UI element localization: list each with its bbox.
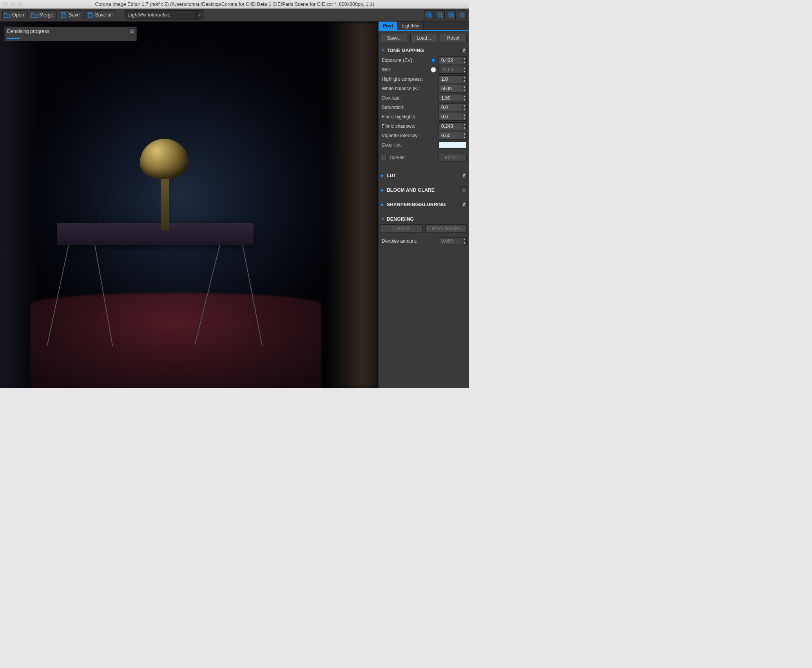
denoise-amount-label: Denoise amount: [381, 238, 439, 244]
settings-button[interactable] [457, 10, 467, 20]
window-title: Corona Image Editor 1.7 (hotfix 2) (/Use… [0, 2, 469, 7]
section-denoising[interactable]: ▼ DENOISING [381, 214, 467, 223]
progress-bar [7, 38, 20, 39]
save-all-icon [86, 11, 94, 19]
filmic-shadows-label: Filmic shadows: [381, 123, 439, 129]
spinner-icon[interactable]: ▲▼ [462, 132, 466, 139]
zoom-window-icon[interactable] [18, 2, 22, 6]
section-bloom[interactable]: ▶ BLOOM AND GLARE [381, 185, 467, 194]
exposure-input[interactable]: 0.432▲▼ [439, 56, 467, 64]
merge-icon [30, 11, 39, 19]
spinner-icon[interactable]: ▲▼ [462, 85, 466, 92]
spinner-icon[interactable]: ▲▼ [462, 76, 466, 83]
contrast-input[interactable]: 1.50▲▼ [439, 94, 467, 102]
disclosure-down-icon: ▼ [381, 217, 386, 221]
custom-denoise-button[interactable]: Custom denoise... [425, 224, 467, 233]
close-progress-button[interactable]: X [129, 28, 135, 35]
disclosure-right-icon: ▶ [381, 202, 386, 207]
spinner-icon[interactable]: ▲▼ [462, 104, 466, 111]
denoise-button[interactable]: Denoise [381, 224, 423, 233]
lut-checkbox[interactable] [461, 173, 467, 178]
zoom-out-button[interactable] [435, 10, 445, 20]
iso-label: ISO: [381, 67, 431, 73]
color-tint-swatch[interactable] [439, 142, 467, 149]
highlight-compress-input[interactable]: 2.0▲▼ [439, 75, 467, 83]
spinner-icon[interactable]: ▲▼ [462, 113, 466, 120]
spinner-icon[interactable]: ▲▼ [462, 238, 466, 245]
denoising-progress-overlay: Denoising progress X [4, 27, 137, 41]
filmic-highlights-label: Filmic highlights: [381, 114, 439, 120]
white-balance-label: White balance [K]: [381, 86, 439, 91]
close-window-icon[interactable] [4, 2, 8, 6]
progress-label: Denoising progress [7, 29, 49, 34]
main-toolbar: Open Merge Save Save all LightMix Intera… [0, 9, 469, 22]
zoom-fit-button[interactable] [446, 10, 456, 20]
tone-mapping-checkbox[interactable] [461, 48, 467, 53]
curves-checkbox[interactable] [381, 155, 386, 160]
save-icon [59, 11, 68, 19]
exposure-radio[interactable] [431, 58, 436, 63]
disclosure-right-icon: ▶ [381, 188, 386, 192]
contrast-label: Contrast: [381, 95, 439, 101]
panel-reset-button[interactable]: Reset [440, 34, 467, 42]
filmic-shadows-input[interactable]: 0.248▲▼ [439, 122, 467, 130]
main-area: Denoising progress X Post LightMix Save.… [0, 22, 469, 388]
disclosure-down-icon: ▼ [381, 48, 386, 53]
color-tint-label: Color tint: [381, 142, 439, 148]
svg-point-3 [461, 14, 463, 16]
open-icon [3, 11, 11, 19]
open-button[interactable]: Open [2, 10, 28, 20]
vignette-input[interactable]: 0.50▲▼ [439, 132, 467, 140]
highlight-compress-label: Highlight compress: [381, 76, 439, 82]
section-lut[interactable]: ▶ LUT [381, 171, 467, 180]
window-titlebar: Corona Image Editor 1.7 (hotfix 2) (/Use… [0, 0, 469, 9]
merge-button[interactable]: Merge [30, 10, 57, 20]
spinner-icon[interactable]: ▲▼ [462, 57, 466, 64]
section-tone-mapping[interactable]: ▼ TONE MAPPING [381, 46, 467, 55]
save-all-button[interactable]: Save all [85, 10, 116, 20]
curves-editor-button[interactable]: Editor... [439, 154, 467, 162]
tab-post[interactable]: Post [379, 22, 397, 30]
minimize-window-icon[interactable] [11, 2, 15, 6]
panel-tabs: Post LightMix [379, 22, 469, 31]
denoise-amount-input[interactable]: 0.650▲▼ [439, 237, 467, 245]
render-viewport[interactable]: Denoising progress X [0, 22, 378, 388]
preset-dropdown[interactable]: LightMix Interactive [125, 10, 203, 20]
side-panel: Post LightMix Save... Load... Reset ▼ TO… [378, 22, 469, 388]
panel-save-button[interactable]: Save... [381, 34, 408, 42]
white-balance-input[interactable]: 6500▲▼ [439, 85, 467, 93]
saturation-label: Saturation: [381, 105, 439, 110]
zoom-in-button[interactable] [424, 10, 434, 20]
iso-radio[interactable] [431, 67, 436, 73]
chevron-down-icon [196, 11, 203, 20]
spinner-icon[interactable]: ▲▼ [462, 66, 466, 73]
spinner-icon[interactable]: ▲▼ [462, 94, 466, 102]
vignette-label: Vignette intensity: [381, 133, 439, 138]
disclosure-right-icon: ▶ [381, 173, 386, 178]
panel-load-button[interactable]: Load... [410, 34, 437, 42]
saturation-input[interactable]: 0.0▲▼ [439, 103, 467, 111]
save-button[interactable]: Save [59, 10, 83, 20]
filmic-highlights-input[interactable]: 0.0▲▼ [439, 113, 467, 121]
curves-label: Curves: [389, 155, 439, 160]
exposure-label: Exposure (EV): [381, 58, 431, 63]
sharpen-checkbox[interactable] [461, 202, 467, 207]
window-controls [4, 2, 22, 6]
tab-lightmix[interactable]: LightMix [397, 22, 424, 30]
bloom-checkbox[interactable] [461, 187, 467, 193]
iso-input[interactable]: 200.0▲▼ [439, 66, 467, 74]
section-sharpen[interactable]: ▶ SHARPENING/BLURRING [381, 200, 467, 209]
spinner-icon[interactable]: ▲▼ [462, 123, 466, 130]
